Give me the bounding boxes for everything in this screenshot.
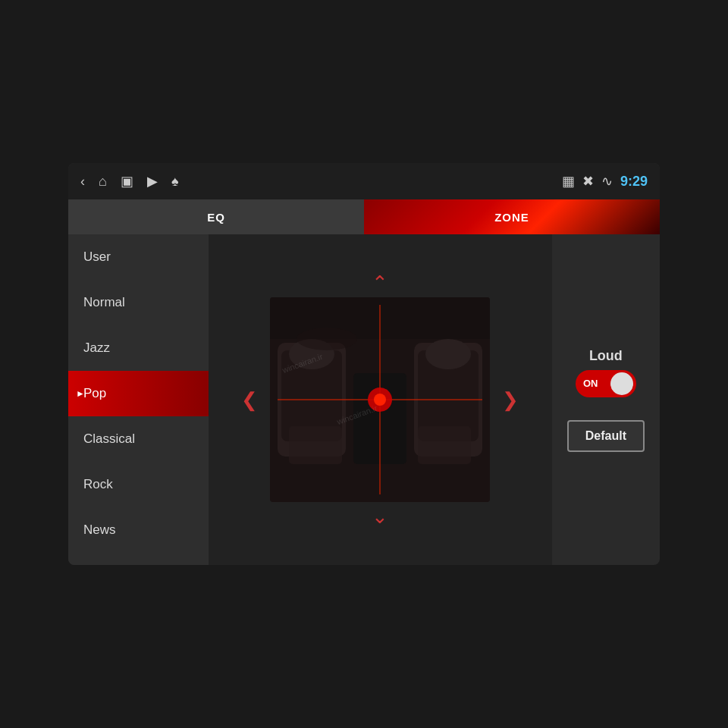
sidebar-item-pop[interactable]: ► Pop <box>68 371 209 416</box>
zone-panel: ⌃ ❮ <box>209 234 552 565</box>
svg-point-15 <box>374 394 386 406</box>
status-time: 9:29 <box>620 174 648 190</box>
arrow-right-button[interactable]: ❯ <box>496 388 525 411</box>
svg-point-11 <box>297 328 357 350</box>
sidebar: User Normal Jazz ► Pop Classical Rock Ne… <box>68 234 209 565</box>
cast-icon[interactable]: ▦ <box>562 173 575 190</box>
loud-section: Loud ON <box>576 348 636 397</box>
sidebar-item-jazz[interactable]: Jazz <box>68 325 209 371</box>
tab-eq[interactable]: EQ <box>68 199 364 234</box>
play-icon: ► <box>76 388 85 399</box>
status-bar-left: ‹ ⌂ ▣ ▶ ♠ <box>80 173 547 190</box>
zone-middle-row: ❮ <box>235 297 525 502</box>
wifi-icon[interactable]: ∿ <box>601 173 613 190</box>
status-bar: ‹ ⌂ ▣ ▶ ♠ ▦ ✖ ∿ 9:29 <box>68 163 660 199</box>
sidebar-item-classical[interactable]: Classical <box>68 416 209 462</box>
tab-zone[interactable]: ZONE <box>364 199 660 234</box>
camera-icon[interactable]: ▶ <box>147 173 158 190</box>
zone-image: wincairan.ir wincairan.ir <box>270 297 490 502</box>
svg-rect-9 <box>418 426 471 464</box>
loud-toggle[interactable]: ON <box>576 370 636 397</box>
arrow-up-button[interactable]: ⌃ <box>366 271 394 294</box>
toggle-knob <box>610 372 633 395</box>
bag-icon[interactable]: ♠ <box>171 174 179 190</box>
arrow-left-button[interactable]: ❮ <box>235 388 264 411</box>
windows-icon[interactable]: ▣ <box>121 173 133 190</box>
loud-label: Loud <box>589 348 623 364</box>
main-content: User Normal Jazz ► Pop Classical Rock Ne… <box>68 234 660 565</box>
sidebar-item-rock[interactable]: Rock <box>68 462 209 507</box>
svg-rect-8 <box>289 426 342 464</box>
back-icon[interactable]: ‹ <box>80 174 85 190</box>
home-icon[interactable]: ⌂ <box>99 174 107 190</box>
toggle-on-label: ON <box>583 378 598 389</box>
sidebar-item-news[interactable]: News <box>68 507 209 553</box>
sidebar-item-normal[interactable]: Normal <box>68 280 209 325</box>
svg-point-7 <box>425 339 471 369</box>
bluetooth-icon[interactable]: ✖ <box>582 173 594 190</box>
tab-bar: EQ ZONE <box>68 199 660 234</box>
default-button[interactable]: Default <box>567 420 645 452</box>
status-bar-right: ▦ ✖ ∿ 9:29 <box>562 173 648 190</box>
arrow-down-button[interactable]: ⌄ <box>366 505 394 528</box>
sidebar-item-user[interactable]: User <box>68 234 209 280</box>
right-controls: Loud ON Default <box>552 234 660 565</box>
